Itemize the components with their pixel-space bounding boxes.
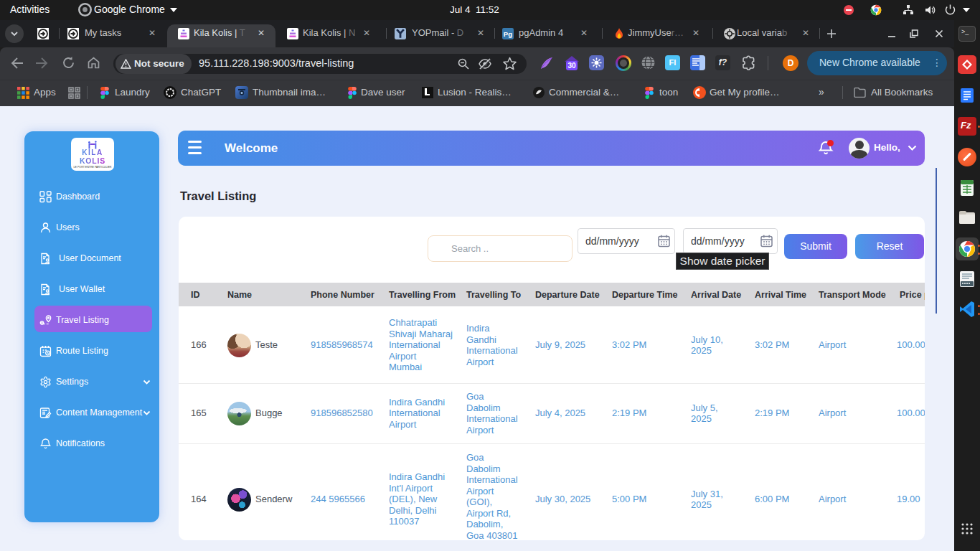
svg-text:Pg: Pg <box>504 30 512 38</box>
